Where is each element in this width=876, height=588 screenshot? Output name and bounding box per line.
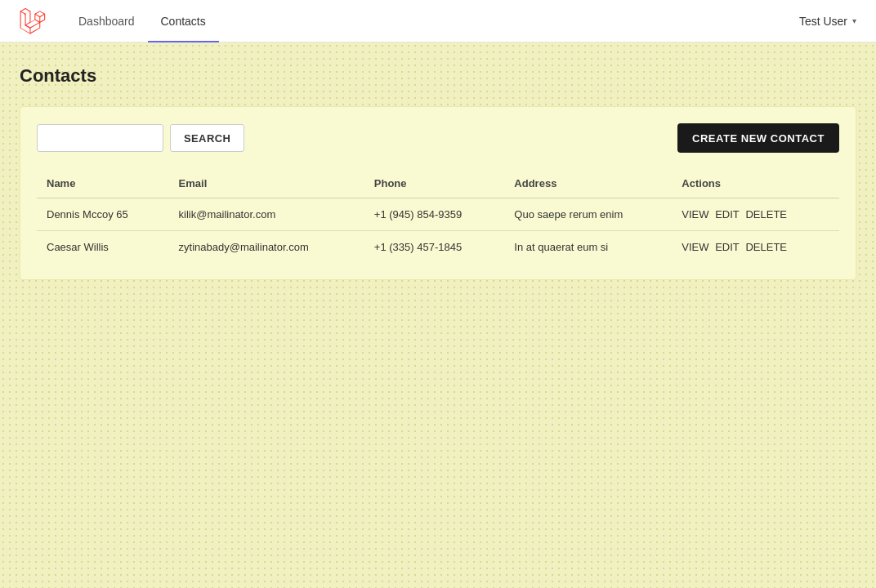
action-delete-link[interactable]: DELETE xyxy=(745,241,787,253)
navbar-left: Dashboard Contacts xyxy=(20,0,219,42)
cell-name: Dennis Mccoy 65 xyxy=(37,198,169,231)
table-row: Dennis Mccoy 65kilik@mailinator.com+1 (9… xyxy=(37,198,839,231)
search-input[interactable] xyxy=(37,124,163,152)
table-body: Dennis Mccoy 65kilik@mailinator.com+1 (9… xyxy=(37,198,839,264)
navbar: Dashboard Contacts Test User ▾ xyxy=(0,0,876,42)
table-header: Name Email Phone Address Actions xyxy=(37,169,839,198)
col-header-phone: Phone xyxy=(364,169,505,198)
action-edit-link[interactable]: EDIT xyxy=(715,208,740,220)
action-delete-link[interactable]: DELETE xyxy=(745,208,787,220)
nav-links: Dashboard Contacts xyxy=(65,0,219,42)
nav-link-dashboard[interactable]: Dashboard xyxy=(65,0,148,42)
col-header-address: Address xyxy=(504,169,672,198)
contacts-card: SEARCH CREATE NEW CONTACT Name Email Pho… xyxy=(20,106,856,280)
action-view-link[interactable]: VIEW xyxy=(682,208,708,220)
table-row: Caesar Williszytinabady@mailinator.com+1… xyxy=(37,231,839,264)
cell-phone: +1 (945) 854-9359 xyxy=(364,198,505,231)
cell-phone: +1 (335) 457-1845 xyxy=(364,231,505,264)
col-header-actions: Actions xyxy=(672,169,839,198)
cell-actions: VIEW EDIT DELETE xyxy=(672,198,839,231)
page-title: Contacts xyxy=(20,65,856,87)
toolbar: SEARCH CREATE NEW CONTACT xyxy=(37,123,839,153)
cell-email: zytinabady@mailinator.com xyxy=(169,231,364,264)
cell-name: Caesar Willis xyxy=(37,231,169,264)
cell-actions: VIEW EDIT DELETE xyxy=(672,231,839,264)
chevron-down-icon: ▾ xyxy=(852,16,856,25)
col-header-name: Name xyxy=(37,169,169,198)
page-background: Contacts SEARCH CREATE NEW CONTACT Name … xyxy=(0,42,876,588)
cell-address: In at quaerat eum si xyxy=(504,231,672,264)
search-button[interactable]: SEARCH xyxy=(170,124,244,152)
contacts-table: Name Email Phone Address Actions Dennis … xyxy=(37,169,839,263)
nav-link-contacts[interactable]: Contacts xyxy=(148,0,219,42)
user-name: Test User xyxy=(799,15,847,28)
table-header-row: Name Email Phone Address Actions xyxy=(37,169,839,198)
cell-address: Quo saepe rerum enim xyxy=(504,198,672,231)
laravel-logo xyxy=(20,8,46,34)
search-group: SEARCH xyxy=(37,124,244,152)
cell-email: kilik@mailinator.com xyxy=(169,198,364,231)
col-header-email: Email xyxy=(169,169,364,198)
action-edit-link[interactable]: EDIT xyxy=(715,241,740,253)
action-view-link[interactable]: VIEW xyxy=(682,241,708,253)
create-contact-button[interactable]: CREATE NEW CONTACT xyxy=(677,123,839,153)
user-menu[interactable]: Test User ▾ xyxy=(799,15,856,28)
